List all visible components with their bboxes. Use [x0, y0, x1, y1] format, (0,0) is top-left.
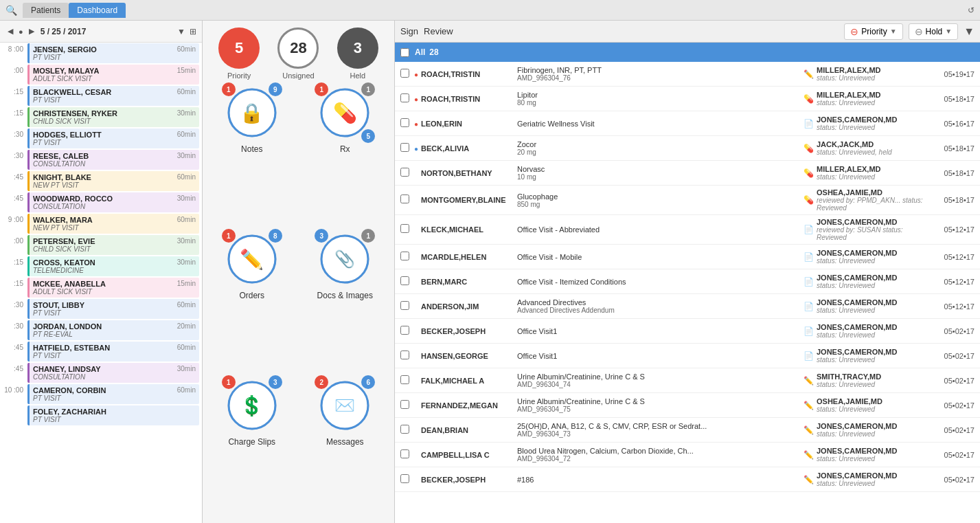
- appointment-item[interactable]: 60min WALKER, MARA NEW PT VISIT: [27, 214, 199, 234]
- appointment-item[interactable]: 60min HATFIELD, ESTEBAN PT VISIT: [27, 342, 199, 361]
- held-item[interactable]: 3 Held: [337, 27, 378, 80]
- row-checkbox[interactable]: [400, 224, 409, 233]
- table-row[interactable]: ● ROACH,TRISTIN Fibrinogen, INR, PT, PTT…: [395, 62, 980, 87]
- row-checkbox[interactable]: [400, 449, 409, 458]
- row-checkbox[interactable]: [400, 301, 409, 310]
- notes-action[interactable]: 🔒 1 9 Notes: [209, 85, 295, 223]
- row-checkbox[interactable]: [400, 425, 409, 434]
- table-row[interactable]: ● BECK,ALIVIA Zocor 20 mg 💊 JACK,JACK,MD…: [395, 136, 980, 161]
- row-checkbox-wrap[interactable]: [400, 425, 414, 436]
- nav-dot[interactable]: ●: [16, 27, 25, 36]
- row-checkbox-wrap[interactable]: [400, 93, 414, 104]
- appointment-item[interactable]: 15min MOSLEY, MALAYA ADULT SICK VISIT: [27, 65, 199, 85]
- row-checkbox-wrap[interactable]: [400, 143, 414, 154]
- row-checkbox[interactable]: [400, 93, 409, 102]
- docs-action[interactable]: 📎 1 3 Docs & Images: [303, 232, 388, 370]
- appointment-item[interactable]: 60min CAMERON, CORBIN PT VISIT: [27, 384, 199, 404]
- sign-button[interactable]: Sign: [400, 26, 418, 36]
- refresh-icon[interactable]: ↺: [968, 5, 975, 15]
- apt-name: CROSS, KEATON: [33, 258, 196, 267]
- appointment-item[interactable]: FOLEY, ZACHARIAH PT VISIT: [27, 405, 199, 425]
- table-row[interactable]: FERNANDEZ,MEGAN Urine Albumin/Creatinine…: [395, 393, 980, 418]
- table-row[interactable]: BECKER,JOSEPH Office Visit1 📄 JONES,CAME…: [395, 319, 980, 344]
- appointment-item[interactable]: 60min STOUT, LIBBY PT VISIT: [27, 299, 199, 319]
- columns-icon[interactable]: ⊞: [190, 27, 196, 36]
- search-icon[interactable]: 🔍: [5, 5, 17, 16]
- row-checkbox[interactable]: [400, 276, 409, 285]
- table-row[interactable]: ● LEON,ERIN Geriatric Wellness Visit 📄 J…: [395, 111, 980, 136]
- priority-dropdown-arrow[interactable]: ▼: [890, 27, 897, 35]
- rx-action[interactable]: 💊 1 1 5 Rx: [303, 85, 388, 223]
- row-checkbox-wrap[interactable]: [400, 326, 414, 337]
- patients-tab[interactable]: Patients: [23, 3, 69, 18]
- table-row[interactable]: CAMPBELL,LISA C Blood Urea Nitrogen, Cal…: [395, 443, 980, 467]
- select-all-checkbox[interactable]: [400, 48, 409, 57]
- appointment-item[interactable]: 60min KNIGHT, BLAKE NEW PT VISIT: [27, 171, 199, 191]
- row-checkbox-wrap[interactable]: [400, 301, 414, 312]
- table-row[interactable]: ANDERSON,JIM Advanced Directives Advance…: [395, 294, 980, 319]
- row-checkbox-wrap[interactable]: [400, 375, 414, 386]
- table-row[interactable]: ● ROACH,TRISTIN Lipitor 80 mg 💊 MILLER,A…: [395, 87, 980, 111]
- appointment-item[interactable]: 30min CHANEY, LINDSAY CONSULTATION: [27, 363, 199, 383]
- table-row[interactable]: KLECK,MICHAEL Office Visit - Abbreviated…: [395, 215, 980, 245]
- table-row[interactable]: DEAN,BRIAN 25(OH)D, ANA, B12, C & S, CMV…: [395, 418, 980, 443]
- appointment-item[interactable]: 60min HODGES, ELLIOTT PT VISIT: [27, 129, 199, 148]
- appointment-item[interactable]: 30min CHRISTENSEN, RYKER CHILD SICK VISI…: [27, 107, 199, 127]
- record-detail: Urine Albumin/Creatinine, Urine C & S AM…: [517, 372, 800, 388]
- unsigned-item[interactable]: 28 Unsigned: [277, 27, 319, 80]
- appointment-item[interactable]: 30min PETERSEN, EVIE CHILD SICK VISIT: [27, 235, 199, 255]
- appointment-item[interactable]: 60min BLACKWELL, CESAR PT VISIT: [27, 86, 199, 106]
- patient-name: FERNANDEZ,MEGAN: [421, 401, 517, 410]
- appointment-item[interactable]: 30min CROSS, KEATON TELEMEDICINE: [27, 256, 199, 276]
- row-checkbox-wrap[interactable]: [400, 168, 414, 179]
- row-checkbox-wrap[interactable]: [400, 474, 414, 485]
- table-row[interactable]: FALK,MICHAEL A Urine Albumin/Creatinine,…: [395, 368, 980, 393]
- row-checkbox-wrap[interactable]: [400, 400, 414, 411]
- row-checkbox[interactable]: [400, 350, 409, 359]
- time-label: 8 :00: [0, 43, 26, 64]
- table-row[interactable]: BECKER,JOSEPH #186 ✏️ JONES,CAMERON,MD s…: [395, 467, 980, 492]
- row-checkbox[interactable]: [400, 69, 409, 78]
- charge-slips-action[interactable]: 💲 1 3 Charge Slips: [209, 378, 295, 516]
- appointment-item[interactable]: 20min JORDAN, LONDON PT RE-EVAL: [27, 320, 199, 340]
- row-checkbox[interactable]: [400, 143, 409, 152]
- row-checkbox[interactable]: [400, 326, 409, 335]
- hold-button[interactable]: ⊖ Hold ▼: [909, 23, 959, 40]
- row-checkbox-wrap[interactable]: [400, 276, 414, 287]
- hold-dropdown-arrow[interactable]: ▼: [945, 27, 952, 35]
- row-checkbox[interactable]: [400, 118, 409, 127]
- row-checkbox[interactable]: [400, 168, 409, 177]
- priority-button[interactable]: ⊖ Priority ▼: [844, 23, 902, 40]
- appointment-item[interactable]: 30min REESE, CALEB CONSULTATION: [27, 150, 199, 170]
- row-checkbox-wrap[interactable]: [400, 224, 414, 235]
- row-checkbox-wrap[interactable]: [400, 194, 414, 205]
- row-checkbox[interactable]: [400, 474, 409, 483]
- table-filter-button[interactable]: ▼: [964, 25, 975, 38]
- next-arrow[interactable]: ▶: [27, 26, 36, 36]
- appointment-item[interactable]: 30min WOODWARD, ROCCO CONSULTATION: [27, 192, 199, 212]
- review-button[interactable]: Review: [424, 26, 453, 36]
- row-checkbox-wrap[interactable]: [400, 118, 414, 129]
- row-checkbox-wrap[interactable]: [400, 69, 414, 80]
- orders-action[interactable]: ✏️ 1 8 Orders: [209, 232, 295, 370]
- appointment-item[interactable]: 15min MCKEE, ANABELLA ADULT SICK VISIT: [27, 278, 199, 298]
- table-row[interactable]: BERN,MARC Office Visit - Itemized Condit…: [395, 269, 980, 294]
- row-checkbox-wrap[interactable]: [400, 252, 414, 263]
- row-checkbox[interactable]: [400, 194, 409, 203]
- priority-item[interactable]: 5 Priority: [218, 27, 260, 80]
- messages-action[interactable]: ✉️ 2 6 Messages: [303, 378, 388, 516]
- row-checkbox[interactable]: [400, 252, 409, 260]
- dashboard-tab[interactable]: Dashboard: [69, 3, 126, 18]
- row-checkbox-wrap[interactable]: [400, 449, 414, 460]
- table-row[interactable]: MONTGOMERY,BLAINE Glucophage 850 mg 💊 OS…: [395, 186, 980, 215]
- apt-type: TELEMEDICINE: [33, 267, 196, 274]
- appointment-item[interactable]: 60min JENSEN, SERGIO PT VISIT: [27, 43, 199, 63]
- row-checkbox-wrap[interactable]: [400, 350, 414, 361]
- prev-arrow[interactable]: ◀: [5, 26, 15, 36]
- filter-icon[interactable]: ▼: [177, 27, 185, 36]
- row-checkbox[interactable]: [400, 375, 409, 384]
- table-row[interactable]: NORTON,BETHANY Norvasc 10 mg 💊 MILLER,AL…: [395, 161, 980, 186]
- row-checkbox[interactable]: [400, 400, 409, 409]
- table-row[interactable]: MCARDLE,HELEN Office Visit - Mobile 📄 JO…: [395, 245, 980, 269]
- table-row[interactable]: HANSEN,GEORGE Office Visit1 📄 JONES,CAME…: [395, 344, 980, 368]
